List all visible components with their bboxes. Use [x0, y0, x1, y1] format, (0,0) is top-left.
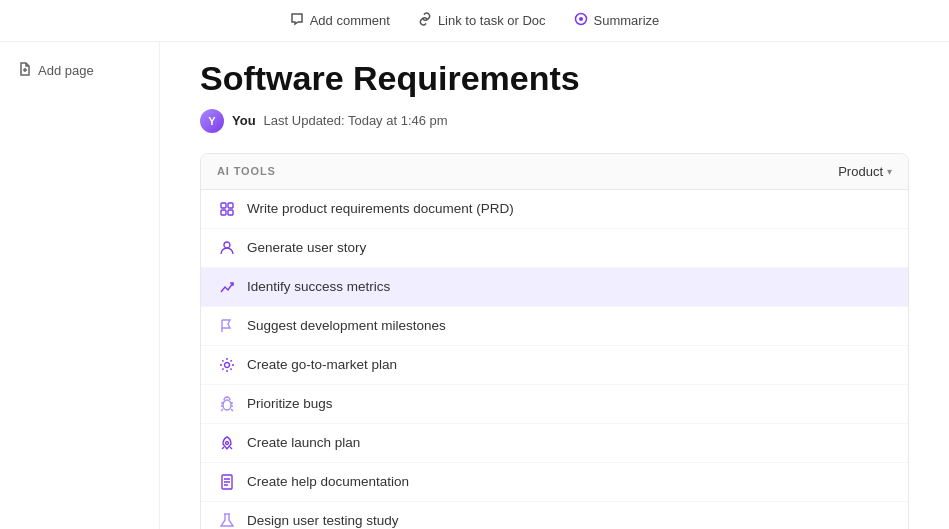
ai-tools-panel: AI TOOLS Product ▾ Write product require… — [200, 153, 909, 529]
settings-icon — [217, 355, 237, 375]
tool-item-label: Create help documentation — [247, 474, 409, 489]
tool-item[interactable]: Create help documentation — [201, 463, 908, 502]
author-name: You — [232, 113, 256, 128]
comment-icon — [290, 12, 304, 29]
svg-rect-4 — [221, 210, 226, 215]
svg-point-9 — [226, 441, 229, 444]
tool-item-label: Identify success metrics — [247, 279, 390, 294]
tool-item[interactable]: Create go-to-market plan — [201, 346, 908, 385]
tool-item-label: Prioritize bugs — [247, 396, 333, 411]
svg-point-6 — [224, 242, 230, 248]
page-title: Software Requirements — [200, 58, 909, 99]
bugs-icon — [217, 394, 237, 414]
tool-item[interactable]: Design user testing study — [201, 502, 908, 529]
link-icon — [418, 12, 432, 29]
sidebar: Add page — [0, 42, 160, 529]
ai-tools-header: AI TOOLS Product ▾ — [201, 154, 908, 190]
user-icon — [217, 238, 237, 258]
avatar: Y — [200, 109, 224, 133]
last-updated: Last Updated: Today at 1:46 pm — [264, 113, 448, 128]
author-row: Y You Last Updated: Today at 1:46 pm — [200, 109, 909, 133]
flag-icon — [217, 316, 237, 336]
tool-item[interactable]: Prioritize bugs — [201, 385, 908, 424]
tool-item[interactable]: Write product requirements document (PRD… — [201, 190, 908, 229]
ai-tools-label: AI TOOLS — [217, 165, 276, 177]
tool-item-label: Create go-to-market plan — [247, 357, 397, 372]
tool-item-label: Create launch plan — [247, 435, 360, 450]
main-layout: Add page Software Requirements Y You Las… — [0, 42, 949, 529]
tool-item-label: Design user testing study — [247, 513, 399, 528]
tool-item[interactable]: Create launch plan — [201, 424, 908, 463]
add-page-button[interactable]: Add page — [12, 58, 147, 83]
rocket-icon — [217, 433, 237, 453]
chevron-down-icon: ▾ — [887, 166, 892, 177]
svg-rect-2 — [221, 203, 226, 208]
beaker-icon — [217, 511, 237, 529]
tool-item[interactable]: Generate user story — [201, 229, 908, 268]
add-comment-button[interactable]: Add comment — [290, 12, 390, 29]
tool-item-label: Write product requirements document (PRD… — [247, 201, 514, 216]
tool-item[interactable]: Identify success metrics — [201, 268, 908, 307]
grid-icon — [217, 199, 237, 219]
tool-item[interactable]: Suggest development milestones — [201, 307, 908, 346]
content-area: Software Requirements Y You Last Updated… — [160, 42, 949, 529]
add-page-icon — [18, 62, 32, 79]
svg-rect-3 — [228, 203, 233, 208]
link-button[interactable]: Link to task or Doc — [418, 12, 546, 29]
toolbar: Add comment Link to task or Doc Summariz… — [0, 0, 949, 42]
add-page-label: Add page — [38, 63, 94, 78]
tool-list: Write product requirements document (PRD… — [201, 190, 908, 529]
chart-icon — [217, 277, 237, 297]
svg-point-7 — [225, 362, 230, 367]
svg-point-1 — [579, 17, 583, 21]
svg-point-8 — [223, 400, 231, 410]
summarize-button[interactable]: Summarize — [574, 12, 660, 29]
product-dropdown[interactable]: Product ▾ — [838, 164, 892, 179]
svg-rect-5 — [228, 210, 233, 215]
tool-item-label: Generate user story — [247, 240, 366, 255]
doc-icon — [217, 472, 237, 492]
summarize-icon — [574, 12, 588, 29]
tool-item-label: Suggest development milestones — [247, 318, 446, 333]
